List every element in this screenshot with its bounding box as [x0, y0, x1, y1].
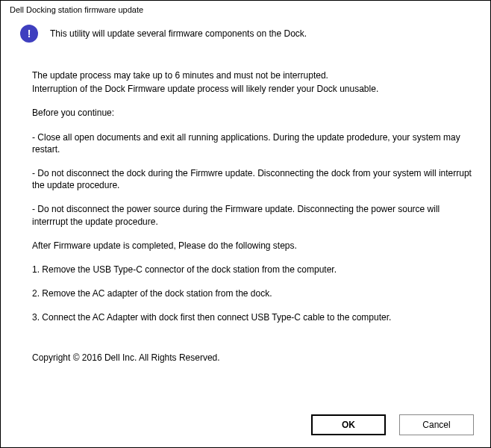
button-row: OK Cancel	[311, 414, 474, 435]
step-2: 2. Remove the AC adapter of the dock sta…	[32, 287, 472, 299]
bullet-close-apps: - Close all open documents and exit all …	[32, 131, 472, 155]
header-text: This utility will update several firmwar…	[50, 28, 307, 39]
bullet-dock-disconnect: - Do not disconnect the dock during the …	[32, 167, 472, 191]
dialog-window: Dell Docking station firmware update ! T…	[1, 1, 490, 447]
intro-line-1: The update process may take up to 6 minu…	[32, 69, 472, 81]
content-body: The update process may take up to 6 minu…	[32, 69, 472, 364]
before-heading: Before you continue:	[32, 107, 472, 119]
step-3: 3. Connect the AC Adapter with dock firs…	[32, 311, 472, 323]
after-heading: After Firmware update is completed, Plea…	[32, 240, 472, 252]
window-title: Dell Docking station firmware update	[10, 5, 481, 14]
intro-line-2: Interruption of the Dock Firmware update…	[32, 83, 472, 95]
copyright-text: Copyright © 2016 Dell Inc. All Rights Re…	[32, 352, 472, 364]
header-row: ! This utility will update several firmw…	[20, 25, 481, 43]
ok-button[interactable]: OK	[311, 414, 386, 435]
cancel-button[interactable]: Cancel	[399, 414, 474, 435]
step-1: 1. Remove the USB Type-C connector of th…	[32, 264, 472, 276]
bullet-power-disconnect: - Do not disconnect the power source dur…	[32, 203, 472, 227]
info-icon: !	[20, 25, 38, 43]
